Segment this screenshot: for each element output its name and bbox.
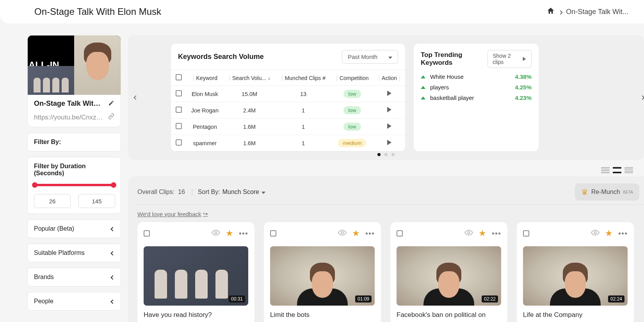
slider-knob-max[interactable] bbox=[111, 182, 116, 188]
chevron-left-icon bbox=[111, 298, 114, 305]
clip-checkbox[interactable] bbox=[144, 230, 150, 237]
chevron-left-icon bbox=[111, 225, 114, 232]
trending-row[interactable]: basketball player4.23% bbox=[421, 94, 532, 101]
trend-up-icon bbox=[421, 75, 425, 78]
carousel-prev-button[interactable] bbox=[130, 92, 141, 103]
filter-section-brands[interactable]: Brands bbox=[27, 268, 121, 286]
play-icon[interactable] bbox=[387, 140, 391, 145]
show-clips-label: Show 2 clips bbox=[493, 53, 519, 65]
clip-card: ★•••02:24Life at the Company bbox=[517, 222, 634, 322]
svg-point-2 bbox=[468, 231, 470, 234]
breadcrumb-current[interactable]: On-Stage Talk Wit... bbox=[566, 8, 628, 16]
view-compact-icon[interactable] bbox=[624, 167, 633, 173]
select-all-checkbox[interactable] bbox=[176, 74, 182, 80]
carousel-next-button[interactable] bbox=[637, 92, 644, 103]
svg-point-3 bbox=[594, 231, 596, 234]
duration-slider[interactable] bbox=[35, 184, 114, 186]
cell-volume: 1.6M bbox=[223, 119, 276, 135]
carousel-dots bbox=[377, 153, 395, 156]
clip-thumbnail[interactable]: 02:22 bbox=[397, 246, 501, 306]
sort-down-icon[interactable]: ↓ bbox=[268, 75, 270, 81]
favorite-icon[interactable]: ★ bbox=[226, 228, 233, 238]
more-icon[interactable]: ••• bbox=[618, 229, 628, 238]
row-checkbox[interactable] bbox=[176, 123, 182, 129]
filter-section-popular[interactable]: Popular (Beta) bbox=[27, 219, 121, 238]
cell-clips: 1 bbox=[276, 102, 331, 119]
svg-point-1 bbox=[341, 231, 343, 234]
filter-section-people[interactable]: People bbox=[27, 292, 121, 311]
show-clips-button[interactable]: Show 2 clips bbox=[487, 50, 532, 68]
filter-section-label: Suitable Platforms bbox=[34, 249, 85, 256]
trend-up-icon bbox=[421, 96, 425, 100]
row-checkbox[interactable] bbox=[176, 90, 182, 96]
cell-competition: medium bbox=[331, 135, 374, 151]
duration-max-input[interactable] bbox=[78, 194, 115, 208]
cell-keyword: Elon Musk bbox=[187, 86, 223, 102]
chevron-left-icon bbox=[111, 249, 114, 256]
caret-down-icon bbox=[388, 53, 392, 60]
clip-card: ★•••02:22Facebook's ban on political on bbox=[390, 222, 507, 322]
edit-icon[interactable] bbox=[108, 100, 114, 108]
cell-keyword: Joe Rogan bbox=[187, 102, 223, 119]
play-icon[interactable] bbox=[387, 91, 391, 96]
preview-icon[interactable] bbox=[464, 228, 473, 238]
carousel-dot[interactable] bbox=[377, 153, 381, 156]
clip-title: Facebook's ban on political on bbox=[397, 311, 501, 319]
play-icon[interactable] bbox=[387, 123, 391, 129]
favorite-icon[interactable]: ★ bbox=[605, 228, 613, 238]
preview-icon[interactable] bbox=[338, 228, 347, 238]
keywords-title: Keywords Search Volume bbox=[178, 53, 264, 61]
clip-checkbox[interactable] bbox=[270, 230, 276, 237]
cell-volume: 2.4M bbox=[223, 102, 276, 119]
filter-section-platforms[interactable]: Suitable Platforms bbox=[27, 244, 121, 262]
clip-thumbnail[interactable]: 01:09 bbox=[270, 246, 375, 306]
view-grid-icon[interactable] bbox=[613, 167, 621, 173]
clip-thumbnail[interactable]: 02:24 bbox=[523, 246, 628, 306]
clip-checkbox[interactable] bbox=[397, 230, 403, 237]
video-thumbnail[interactable]: ALL-IN bbox=[28, 36, 121, 95]
feedback-link[interactable]: We'd love your feedback ↪ bbox=[137, 210, 208, 217]
clip-checkbox[interactable] bbox=[523, 230, 529, 237]
col-clips[interactable]: Munched Clips # bbox=[285, 75, 326, 81]
preview-icon[interactable] bbox=[212, 228, 220, 238]
col-keyword[interactable]: Keyword bbox=[196, 75, 217, 81]
carousel-dot[interactable] bbox=[391, 153, 395, 156]
favorite-icon[interactable]: ★ bbox=[479, 228, 486, 238]
col-action[interactable]: Action bbox=[382, 75, 397, 81]
cell-clips: 1 bbox=[276, 119, 331, 135]
clip-thumbnail[interactable]: 00:31 bbox=[144, 246, 248, 306]
clip-card: ★•••00:31Have you read history? bbox=[137, 222, 254, 322]
more-icon[interactable]: ••• bbox=[365, 229, 375, 238]
trending-row[interactable]: White House4.38% bbox=[421, 73, 532, 80]
remunch-button[interactable]: ♛ Re-Munch BETA bbox=[575, 183, 639, 201]
col-competition[interactable]: Competition bbox=[340, 75, 369, 81]
trending-title: Top Trending Keywords bbox=[421, 51, 487, 67]
carousel-dot[interactable] bbox=[384, 153, 388, 156]
row-checkbox[interactable] bbox=[176, 139, 182, 146]
favorite-icon[interactable]: ★ bbox=[352, 228, 360, 238]
table-row: Elon Musk15.0M13low bbox=[171, 86, 405, 102]
main-content: Keywords Search Volume Past Month |Keywo… bbox=[128, 35, 644, 322]
more-icon[interactable]: ••• bbox=[239, 229, 248, 238]
cell-competition: low bbox=[331, 102, 374, 119]
crown-icon: ♛ bbox=[581, 187, 588, 197]
range-select[interactable]: Past Month bbox=[342, 50, 398, 64]
link-icon[interactable] bbox=[108, 113, 114, 121]
row-checkbox[interactable] bbox=[176, 107, 182, 113]
filter-by-label-box: Filter By: bbox=[27, 133, 121, 151]
sort-select[interactable]: Sort By: Munch Score bbox=[192, 189, 265, 196]
chevron-left-icon bbox=[111, 274, 114, 281]
col-volume[interactable]: Search Volu... bbox=[232, 75, 266, 81]
play-icon[interactable] bbox=[387, 107, 391, 112]
trending-row[interactable]: players4.25% bbox=[421, 84, 532, 91]
view-list-icon[interactable] bbox=[601, 167, 610, 173]
caret-down-icon bbox=[262, 189, 265, 196]
more-icon[interactable]: ••• bbox=[492, 229, 501, 238]
home-icon[interactable] bbox=[546, 7, 555, 17]
duration-min-input[interactable] bbox=[34, 194, 71, 208]
overall-clips-count: 16 bbox=[178, 189, 185, 195]
clip-duration: 00:31 bbox=[229, 295, 245, 302]
preview-icon[interactable] bbox=[591, 228, 600, 238]
video-url: https://youtu.be/CnxzrX... bbox=[34, 114, 104, 121]
slider-knob-min[interactable] bbox=[32, 182, 37, 188]
